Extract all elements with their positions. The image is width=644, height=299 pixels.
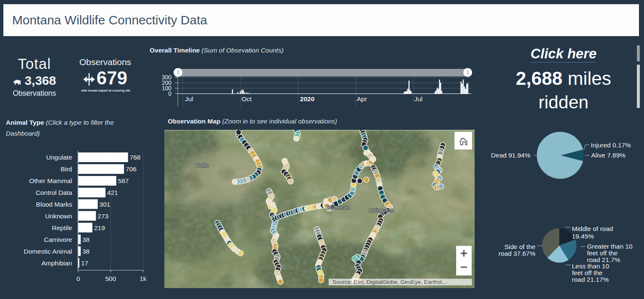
svg-text:301: 301	[99, 201, 110, 208]
svg-text:Oct: Oct	[242, 95, 252, 102]
svg-text:17: 17	[81, 260, 88, 267]
svg-text:0: 0	[76, 275, 80, 282]
svg-text:19.45%: 19.45%	[572, 233, 594, 240]
svg-text:273: 273	[98, 212, 109, 220]
svg-text:Domestic Animal: Domestic Animal	[24, 248, 72, 255]
svg-text:Ungulate: Ungulate	[46, 154, 72, 161]
svg-text:219: 219	[94, 224, 105, 231]
svg-text:421: 421	[107, 189, 118, 196]
svg-text:Less than 10: Less than 10	[572, 262, 609, 270]
svg-text:Reptile: Reptile	[52, 224, 72, 231]
svg-text:0: 0	[168, 90, 171, 97]
svg-text:38: 38	[83, 236, 90, 243]
svg-text:Blood Marks: Blood Marks	[36, 201, 72, 208]
svg-text:Unknown: Unknown	[45, 212, 72, 220]
svg-text:38: 38	[83, 248, 90, 255]
svg-text:706: 706	[126, 165, 137, 173]
svg-text:road 37.67%: road 37.67%	[499, 250, 535, 257]
svg-text:Jul: Jul	[414, 95, 423, 102]
svg-text:feet off the: feet off the	[572, 269, 602, 276]
svg-text:587: 587	[118, 177, 129, 184]
svg-text:Carnivore: Carnivore	[44, 236, 72, 243]
svg-text:2020: 2020	[300, 95, 314, 102]
svg-text:road 21.17%: road 21.17%	[572, 276, 609, 283]
svg-text:Butte: Butte	[196, 162, 208, 168]
svg-text:Apr: Apr	[357, 95, 367, 102]
svg-text:Side of the: Side of the	[504, 243, 535, 250]
svg-text:Amphibian: Amphibian	[42, 260, 72, 267]
svg-text:Jul: Jul	[185, 95, 193, 102]
svg-text:Alive 7.89%: Alive 7.89%	[591, 152, 626, 159]
svg-text:Dead 91.94%: Dead 91.94%	[491, 152, 530, 159]
svg-text:Middle of road: Middle of road	[572, 225, 613, 232]
svg-text:Source: Esri, DigitalGlobe, Ge: Source: Esri, DigitalGlobe, GeoEye, Eart…	[332, 279, 447, 285]
svg-text:Livingston: Livingston	[369, 207, 394, 213]
svg-text:Greater than 10: Greater than 10	[587, 243, 633, 250]
svg-text:Bird: Bird	[60, 165, 72, 173]
svg-text:Injured 0.17%: Injured 0.17%	[591, 142, 631, 149]
svg-text:Other Mammal: Other Mammal	[29, 177, 73, 184]
svg-text:Control Data: Control Data	[36, 189, 72, 196]
svg-text:feet off the: feet off the	[587, 249, 618, 257]
svg-text:768: 768	[130, 154, 140, 161]
svg-text:Bozeman: Bozeman	[327, 204, 350, 210]
svg-text:500: 500	[105, 275, 116, 282]
svg-text:1k: 1k	[140, 275, 147, 282]
